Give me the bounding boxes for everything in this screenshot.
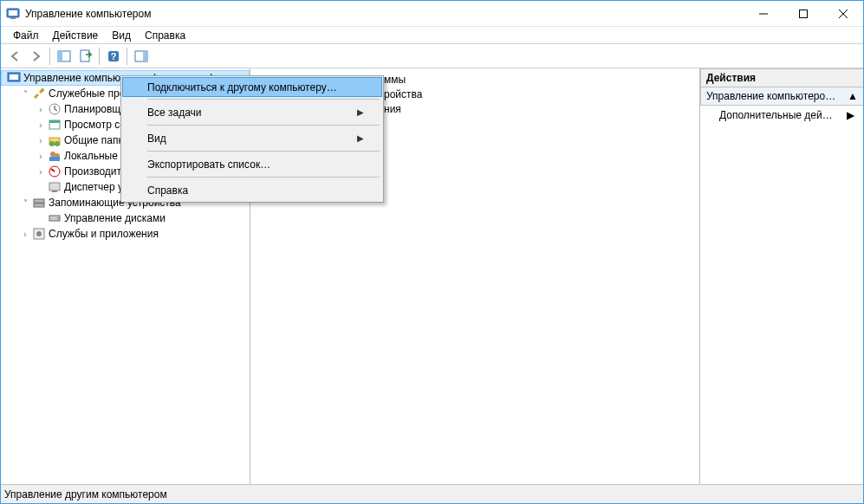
- list-item-label: ния: [384, 103, 401, 115]
- computer-mgmt-icon: [7, 71, 21, 85]
- toolbar: ?: [1, 44, 863, 68]
- tree-label: Общие папки: [63, 134, 128, 146]
- actions-section[interactable]: Управление компьютеро… ▲: [700, 87, 863, 106]
- svg-rect-30: [34, 204, 44, 207]
- storage-icon: [32, 196, 46, 210]
- show-hide-tree-button[interactable]: [54, 47, 74, 66]
- cm-view[interactable]: Вид ▶: [123, 128, 381, 148]
- menu-file[interactable]: Файл: [8, 28, 44, 43]
- maximize-button[interactable]: [783, 1, 823, 26]
- app-window: Управление компьютером Файл Действие Вид…: [0, 0, 864, 504]
- help-button[interactable]: ?: [103, 47, 123, 66]
- status-text: Управление другим компьютером: [4, 488, 167, 501]
- svg-point-32: [57, 217, 59, 219]
- actions-more[interactable]: Дополнительные дей… ▶: [700, 106, 863, 125]
- titlebar: Управление компьютером: [1, 1, 863, 27]
- cm-all-tasks[interactable]: Все задачи ▶: [123, 102, 381, 122]
- svg-rect-15: [10, 74, 18, 80]
- svg-point-16: [41, 88, 44, 92]
- list-item[interactable]: ммы: [380, 72, 422, 87]
- device-manager-icon: [48, 180, 62, 194]
- svg-rect-25: [49, 157, 60, 161]
- forward-button[interactable]: [26, 47, 46, 66]
- expander-icon[interactable]: ˅: [20, 198, 30, 208]
- close-button[interactable]: [823, 1, 863, 26]
- list-item[interactable]: ния: [380, 101, 422, 116]
- cm-item-label: Вид: [147, 132, 166, 145]
- cm-export-list[interactable]: Экспортировать список…: [123, 154, 381, 174]
- svg-rect-1: [9, 10, 17, 16]
- shared-folders-icon: [48, 133, 62, 147]
- minimize-button[interactable]: [744, 1, 783, 26]
- expander-icon[interactable]: ›: [36, 152, 46, 161]
- expander-icon[interactable]: ˅: [20, 89, 30, 99]
- expander-icon[interactable]: ›: [20, 229, 30, 239]
- clock-icon: [48, 102, 62, 116]
- actions-pane: Действия Управление компьютеро… ▲ Дополн…: [700, 68, 863, 484]
- disk-icon: [48, 211, 62, 225]
- statusbar: Управление другим компьютером: [1, 484, 863, 503]
- performance-icon: [48, 165, 62, 178]
- svg-rect-28: [52, 191, 57, 192]
- cm-separator: [147, 177, 380, 178]
- menu-help[interactable]: Справка: [140, 28, 191, 43]
- submenu-arrow-icon: ▶: [847, 109, 854, 121]
- svg-rect-8: [58, 51, 62, 61]
- tree-services-apps[interactable]: › Службы и приложения: [16, 226, 250, 242]
- menubar: Файл Действие Вид Справка: [1, 27, 863, 44]
- svg-rect-4: [800, 10, 808, 17]
- tree-label: Управление дисками: [63, 212, 166, 224]
- event-viewer-icon: [48, 118, 62, 132]
- tree-disk-management[interactable]: Управление дисками: [32, 210, 250, 226]
- tools-icon: [32, 87, 46, 100]
- collapse-icon: ▲: [848, 90, 858, 102]
- svg-rect-19: [49, 120, 60, 123]
- svg-point-34: [36, 231, 42, 236]
- tree-label: Службы и приложения: [48, 228, 159, 240]
- app-icon: [6, 7, 20, 21]
- toolbar-sep: [127, 48, 127, 65]
- list-item-label: ммы: [384, 74, 406, 86]
- expander-icon[interactable]: ›: [36, 120, 46, 130]
- submenu-arrow-icon: ▶: [357, 133, 364, 143]
- toolbar-sep: [49, 48, 50, 65]
- svg-point-22: [55, 141, 60, 146]
- svg-rect-9: [81, 50, 89, 61]
- services-icon: [32, 227, 46, 241]
- actions-item-label: Дополнительные дей…: [719, 109, 833, 121]
- svg-text:?: ?: [110, 51, 116, 61]
- expander-icon[interactable]: ›: [36, 167, 46, 177]
- cm-help[interactable]: Справка: [123, 180, 381, 200]
- export-button[interactable]: [75, 47, 95, 66]
- cm-item-label: Подключиться к другому компьютеру…: [147, 81, 337, 94]
- expander-icon[interactable]: ›: [36, 136, 46, 145]
- show-hide-actions-button[interactable]: [131, 47, 151, 66]
- expander-icon[interactable]: ›: [36, 105, 46, 114]
- cm-item-label: Экспортировать список…: [147, 158, 270, 171]
- cm-separator: [147, 151, 380, 152]
- cm-separator: [147, 99, 380, 100]
- cm-separator: [147, 125, 380, 126]
- back-button[interactable]: [4, 47, 24, 66]
- cm-item-label: Все задачи: [147, 107, 202, 119]
- cm-connect-another[interactable]: Подключиться к другому компьютеру…: [122, 77, 382, 97]
- actions-section-label: Управление компьютеро…: [706, 90, 835, 102]
- actions-header: Действия: [700, 68, 863, 87]
- menu-action[interactable]: Действие: [48, 28, 104, 43]
- window-title: Управление компьютером: [25, 8, 744, 20]
- submenu-arrow-icon: ▶: [357, 107, 364, 117]
- context-menu: Подключиться к другому компьютеру… Все з…: [120, 75, 384, 203]
- list-item[interactable]: ройства: [380, 87, 422, 101]
- toolbar-sep: [99, 48, 100, 65]
- list-item-label: ройства: [384, 88, 422, 100]
- window-controls: [744, 1, 863, 26]
- users-icon: [48, 149, 62, 163]
- cm-item-label: Справка: [147, 184, 188, 197]
- svg-rect-27: [49, 183, 60, 191]
- menu-view[interactable]: Вид: [107, 28, 136, 43]
- svg-point-21: [49, 141, 55, 146]
- svg-rect-29: [34, 199, 44, 203]
- svg-rect-2: [10, 17, 16, 19]
- svg-rect-13: [143, 51, 147, 61]
